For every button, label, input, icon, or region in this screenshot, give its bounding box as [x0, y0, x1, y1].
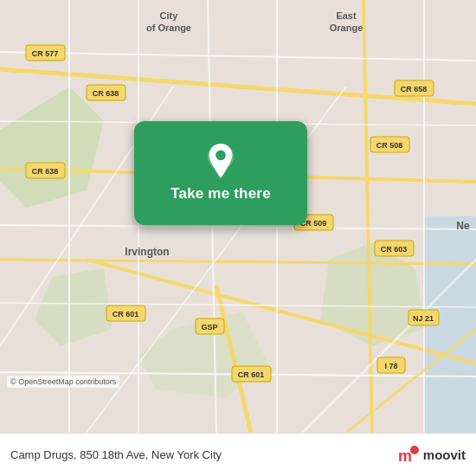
- svg-point-62: [410, 446, 419, 454]
- svg-text:CR 577: CR 577: [32, 49, 59, 58]
- moovit-icon: m: [396, 443, 420, 467]
- svg-point-59: [215, 151, 226, 161]
- svg-text:City: City: [160, 10, 179, 21]
- svg-text:Ne: Ne: [456, 220, 470, 232]
- location-pin-icon: [203, 144, 238, 178]
- osm-attribution: © OpenStreetMap contributors: [7, 376, 119, 388]
- svg-text:CR 508: CR 508: [376, 141, 403, 150]
- svg-text:of Orange: of Orange: [146, 23, 191, 33]
- map-container: CR 577 CR 638 CR 638 CR 57 CR 658 CR 508…: [0, 0, 476, 433]
- address-text: Camp Drugs, 850 18th Ave, New York City: [10, 448, 396, 461]
- svg-text:m: m: [398, 447, 412, 465]
- svg-text:CR 658: CR 658: [401, 85, 428, 93]
- moovit-logo: m moovit: [396, 443, 466, 467]
- svg-text:CR 603: CR 603: [381, 245, 408, 254]
- svg-text:East: East: [336, 10, 357, 21]
- svg-text:GSP: GSP: [201, 323, 217, 331]
- moovit-text: moovit: [423, 447, 466, 462]
- svg-text:NJ 21: NJ 21: [413, 314, 434, 323]
- svg-text:I 78: I 78: [384, 362, 397, 370]
- bottom-bar: Camp Drugs, 850 18th Ave, New York City …: [0, 433, 476, 476]
- svg-text:CR 638: CR 638: [93, 89, 119, 98]
- take-me-there-button[interactable]: Take me there: [134, 121, 307, 225]
- svg-text:Irvington: Irvington: [125, 246, 169, 258]
- svg-text:Orange: Orange: [330, 23, 363, 33]
- button-label: Take me there: [170, 185, 271, 203]
- svg-text:CR 601: CR 601: [238, 370, 265, 379]
- svg-text:CR 601: CR 601: [113, 310, 139, 318]
- svg-text:CR 638: CR 638: [32, 167, 59, 176]
